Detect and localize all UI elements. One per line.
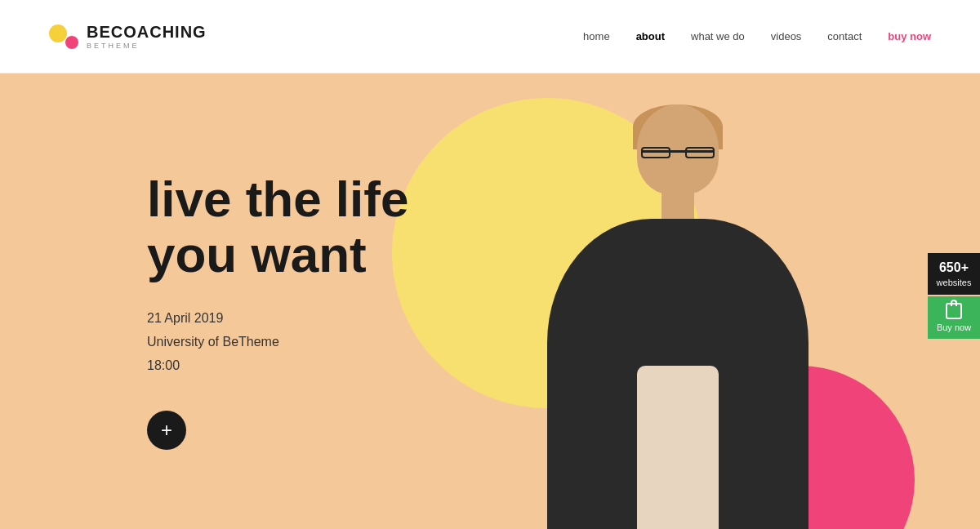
nav-contact[interactable]: contact	[827, 30, 862, 42]
logo-sub: BETHEME	[87, 42, 207, 50]
hero-date: 21 April 2019	[147, 307, 408, 331]
hero-section: live the life you want 21 April 2019 Uni…	[0, 73, 980, 529]
widget-buy-now[interactable]: Buy now	[928, 296, 980, 339]
person-figure	[531, 104, 825, 529]
hero-headline-line2: you want	[147, 226, 367, 282]
widget-websites: 650+ websites	[928, 253, 980, 295]
nav-what-we-do[interactable]: what we do	[691, 30, 745, 42]
dot-yellow-icon	[49, 24, 67, 42]
nav-about[interactable]: about	[636, 30, 665, 42]
hero-person-image	[506, 104, 849, 529]
person-body	[547, 219, 808, 529]
widget-buy-label: Buy now	[937, 322, 971, 332]
glasses-left	[641, 147, 670, 158]
logo-text: BECOACHING BETHEME	[87, 23, 207, 50]
main-nav: home about what we do videos contact buy…	[583, 30, 931, 42]
glasses-right	[685, 147, 715, 158]
nav-home[interactable]: home	[583, 30, 610, 42]
widget-count-label: websites	[937, 278, 972, 287]
hero-headline: live the life you want	[147, 171, 408, 282]
logo-dots	[49, 24, 78, 49]
nav-videos[interactable]: videos	[771, 30, 802, 42]
widget-count: 650+	[933, 260, 975, 277]
person-shirt	[637, 366, 719, 529]
hero-details: 21 April 2019 University of BeTheme 18:0…	[147, 307, 408, 377]
person-neck	[662, 190, 694, 223]
side-widgets: 650+ websites Buy now	[928, 253, 980, 339]
logo: BECOACHING BETHEME	[49, 23, 207, 50]
hero-time: 18:00	[147, 354, 408, 378]
hero-location: University of BeTheme	[147, 331, 408, 354]
person-glasses	[641, 147, 715, 157]
header: BECOACHING BETHEME home about what we do…	[0, 0, 980, 73]
hero-content: live the life you want 21 April 2019 Uni…	[147, 171, 408, 450]
person-head	[637, 104, 719, 194]
cart-lock-icon	[951, 300, 957, 306]
dot-pink-icon	[65, 36, 78, 49]
cart-icon	[946, 303, 962, 319]
nav-buy-now[interactable]: buy now	[888, 30, 931, 42]
hero-headline-line1: live the life	[147, 171, 408, 227]
logo-brand: BECOACHING	[87, 23, 207, 42]
hero-plus-button[interactable]: +	[147, 411, 186, 450]
